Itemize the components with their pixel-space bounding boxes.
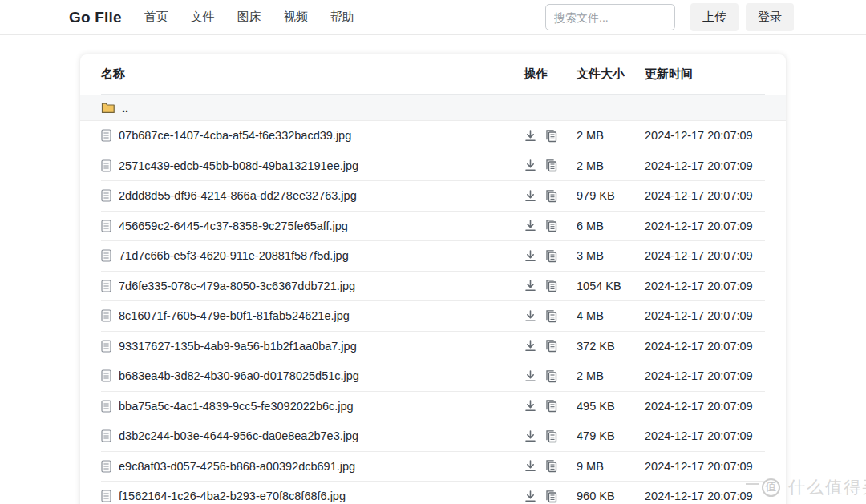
copy-icon[interactable] [544, 129, 558, 143]
file-name-link[interactable]: d3b2c244-b03e-4644-956c-da0e8ea2b7e3.jpg [119, 429, 358, 442]
download-icon[interactable] [524, 490, 537, 503]
table-row: e9c8af03-d057-4256-b868-a00392dcb691.jpg [101, 452, 765, 482]
header-actions: 操作 [524, 67, 577, 82]
copy-icon[interactable] [544, 369, 558, 383]
parent-directory-link[interactable]: .. [122, 102, 128, 115]
file-actions-cell [524, 249, 577, 263]
file-name-link[interactable]: f1562164-1c26-4ba2-b293-e70f8c8f68f6.jpg [119, 490, 346, 502]
file-size: 1054 KB [577, 280, 645, 292]
nav-link-videos[interactable]: 视频 [284, 10, 308, 25]
copy-icon[interactable] [544, 339, 558, 353]
file-updated: 2024-12-17 20:07:09 [645, 429, 765, 442]
file-name-link[interactable]: 71d7c66b-e5f3-4620-911e-20881f587f5d.jpg [119, 249, 349, 262]
file-size: 979 KB [577, 189, 645, 202]
file-updated: 2024-12-17 20:07:09 [645, 220, 765, 232]
file-name-link[interactable]: 07b687ce-1407-4cba-af54-f6e332bacd39.jpg [119, 129, 351, 142]
download-icon[interactable] [524, 189, 537, 203]
table-row: 2571c439-edcb-45bb-b08d-49ba132191ee.jpg [101, 151, 765, 182]
download-icon[interactable] [524, 309, 537, 323]
download-icon[interactable] [524, 339, 537, 353]
table-row: 2ddd8d55-df96-4214-866a-dd278ee32763.jpg [101, 181, 765, 212]
login-button[interactable]: 登录 [746, 3, 794, 31]
copy-icon[interactable] [544, 219, 558, 232]
file-name-cell: 71d7c66b-e5f3-4620-911e-20881f587f5d.jpg [101, 249, 524, 262]
nav-link-images[interactable]: 图床 [237, 10, 261, 25]
table-row: 456659c2-6445-4c37-8358-9c275fe65aff.jpg [101, 212, 765, 242]
copy-icon[interactable] [544, 189, 558, 203]
file-name-cell: bba75a5c-4ac1-4839-9cc5-fe3092022b6c.jpg [101, 400, 524, 413]
copy-icon[interactable] [544, 159, 558, 172]
nav-link-files[interactable]: 文件 [191, 10, 215, 25]
file-name-link[interactable]: 2ddd8d55-df96-4214-866a-dd278ee32763.jpg [119, 189, 357, 202]
file-list-card: 名称 操作 文件大小 更新时间 .. 07b687ce-1407-4cba-af… [80, 54, 786, 504]
file-icon [101, 490, 111, 502]
file-icon [101, 460, 111, 473]
file-name-link[interactable]: b683ea4b-3d82-4b30-96a0-d0178025d51c.jpg [119, 369, 359, 382]
file-name-link[interactable]: e9c8af03-d057-4256-b868-a00392dcb691.jpg [119, 460, 355, 473]
file-name-link[interactable]: bba75a5c-4ac1-4839-9cc5-fe3092022b6c.jpg [119, 400, 354, 413]
table-row: 93317627-135b-4ab9-9a56-b1b2f1aa0ba7.jpg [101, 332, 765, 362]
nav-link-help[interactable]: 帮助 [330, 10, 354, 25]
table-row: b683ea4b-3d82-4b30-96a0-d0178025d51c.jpg [101, 361, 765, 392]
table-row: d3b2c244-b03e-4644-956c-da0e8ea2b7e3.jpg [101, 421, 765, 452]
file-name-cell: 2ddd8d55-df96-4214-866a-dd278ee32763.jpg [101, 189, 524, 202]
download-icon[interactable] [524, 129, 537, 143]
file-size: 2 MB [577, 369, 645, 382]
nav-link-home[interactable]: 首页 [144, 10, 168, 25]
file-name-cell: f1562164-1c26-4ba2-b293-e70f8c8f68f6.jpg [101, 490, 524, 502]
copy-icon[interactable] [544, 249, 558, 263]
download-icon[interactable] [524, 159, 537, 172]
file-size: 479 KB [577, 429, 645, 442]
file-name-cell: 456659c2-6445-4c37-8358-9c275fe65aff.jpg [101, 220, 524, 232]
brand-logo[interactable]: Go File [69, 9, 122, 26]
download-icon[interactable] [524, 399, 537, 413]
download-icon[interactable] [524, 279, 537, 292]
file-icon [101, 309, 111, 322]
search-input[interactable] [545, 4, 675, 30]
file-size: 2 MB [577, 159, 645, 172]
file-name-link[interactable]: 7d6fe335-078c-479a-8050-3c6367ddb721.jpg [119, 280, 355, 292]
file-name-cell: 7d6fe335-078c-479a-8050-3c6367ddb721.jpg [101, 280, 524, 292]
file-actions-cell [524, 219, 577, 232]
download-icon[interactable] [524, 219, 537, 232]
download-icon[interactable] [524, 249, 537, 263]
copy-icon[interactable] [544, 459, 558, 473]
file-actions-cell [524, 189, 577, 203]
file-updated: 2024-12-17 20:07:09 [645, 460, 765, 473]
watermark-text: 什么值得买 [788, 476, 866, 498]
download-icon[interactable] [524, 369, 537, 383]
file-size: 3 MB [577, 249, 645, 262]
copy-icon[interactable] [544, 429, 558, 443]
file-name-cell: e9c8af03-d057-4256-b868-a00392dcb691.jpg [101, 460, 524, 473]
file-name-link[interactable]: 2571c439-edcb-45bb-b08d-49ba132191ee.jpg [119, 159, 358, 172]
file-name-link[interactable]: 93317627-135b-4ab9-9a56-b1b2f1aa0ba7.jpg [119, 340, 357, 353]
file-updated: 2024-12-17 20:07:09 [645, 189, 765, 202]
parent-directory-row[interactable]: .. [80, 95, 786, 121]
file-actions-cell [524, 339, 577, 353]
table-row: bba75a5c-4ac1-4839-9cc5-fe3092022b6c.jpg [101, 392, 765, 422]
copy-icon[interactable] [544, 399, 558, 413]
copy-icon[interactable] [544, 490, 558, 503]
header-size: 文件大小 [577, 67, 645, 82]
copy-icon[interactable] [544, 279, 558, 292]
file-actions-cell [524, 279, 577, 292]
file-icon [101, 369, 111, 382]
file-name-link[interactable]: 8c16071f-7605-479e-b0f1-81fab524621e.jpg [119, 309, 350, 322]
download-icon[interactable] [524, 459, 537, 473]
file-updated: 2024-12-17 20:07:09 [645, 280, 765, 292]
table-row: 7d6fe335-078c-479a-8050-3c6367ddb721.jpg [101, 272, 765, 302]
copy-icon[interactable] [544, 309, 558, 323]
download-icon[interactable] [524, 429, 537, 443]
file-name-cell: 8c16071f-7605-479e-b0f1-81fab524621e.jpg [101, 309, 524, 322]
file-actions-cell [524, 369, 577, 383]
file-actions-cell [524, 490, 577, 503]
file-icon [101, 429, 111, 442]
upload-button[interactable]: 上传 [690, 3, 739, 31]
file-name-link[interactable]: 456659c2-6445-4c37-8358-9c275fe65aff.jpg [119, 220, 348, 232]
file-icon [101, 220, 111, 232]
table-row: 71d7c66b-e5f3-4620-911e-20881f587f5d.jpg [101, 241, 765, 272]
navbar: Go File 首页 文件 图床 视频 帮助 上传 登录 [0, 0, 866, 35]
file-icon [101, 159, 111, 172]
file-size: 495 KB [577, 400, 645, 413]
file-updated: 2024-12-17 20:07:09 [645, 369, 765, 382]
